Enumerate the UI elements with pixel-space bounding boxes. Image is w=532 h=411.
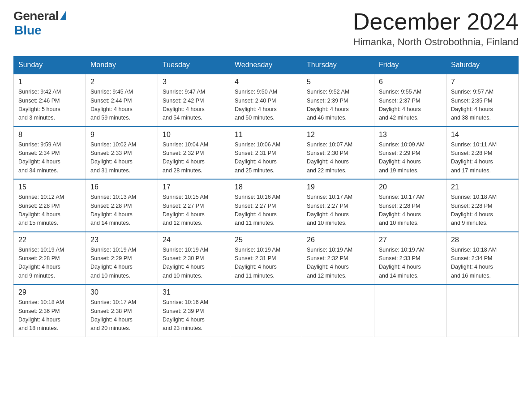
calendar-week-row: 1 Sunrise: 9:42 AMSunset: 2:46 PMDayligh… xyxy=(14,74,519,127)
weekday-header-tuesday: Tuesday xyxy=(158,56,230,74)
day-number: 3 xyxy=(163,78,225,86)
calendar-cell: 20 Sunrise: 10:17 AMSunset: 2:28 PMDayli… xyxy=(374,179,446,232)
day-info: Sunrise: 9:45 AMSunset: 2:44 PMDaylight:… xyxy=(90,89,133,121)
calendar-cell: 18 Sunrise: 10:16 AMSunset: 2:27 PMDayli… xyxy=(230,179,302,232)
calendar-cell: 26 Sunrise: 10:19 AMSunset: 2:32 PMDayli… xyxy=(302,232,374,285)
day-info: Sunrise: 9:42 AMSunset: 2:46 PMDaylight:… xyxy=(18,89,61,121)
day-number: 16 xyxy=(90,183,153,191)
calendar-cell xyxy=(446,284,519,337)
calendar-cell: 2 Sunrise: 9:45 AMSunset: 2:44 PMDayligh… xyxy=(86,74,158,127)
calendar-cell: 8 Sunrise: 9:59 AMSunset: 2:34 PMDayligh… xyxy=(14,127,86,180)
calendar-cell: 3 Sunrise: 9:47 AMSunset: 2:42 PMDayligh… xyxy=(158,74,230,127)
logo: General Blue xyxy=(13,9,66,38)
calendar-cell: 22 Sunrise: 10:19 AMSunset: 2:28 PMDayli… xyxy=(14,232,86,285)
weekday-header-saturday: Saturday xyxy=(446,56,519,74)
day-number: 28 xyxy=(451,236,514,244)
calendar-cell: 29 Sunrise: 10:18 AMSunset: 2:36 PMDayli… xyxy=(14,284,86,337)
day-number: 8 xyxy=(18,131,81,139)
day-info: Sunrise: 10:09 AMSunset: 2:29 PMDaylight… xyxy=(379,141,425,174)
day-number: 25 xyxy=(235,236,297,244)
calendar-week-row: 8 Sunrise: 9:59 AMSunset: 2:34 PMDayligh… xyxy=(14,127,519,180)
calendar-cell: 9 Sunrise: 10:02 AMSunset: 2:33 PMDaylig… xyxy=(86,127,158,180)
day-number: 6 xyxy=(379,78,442,86)
day-number: 23 xyxy=(90,236,153,244)
calendar-week-row: 29 Sunrise: 10:18 AMSunset: 2:36 PMDayli… xyxy=(14,284,519,337)
calendar-cell: 7 Sunrise: 9:57 AMSunset: 2:35 PMDayligh… xyxy=(446,74,519,127)
logo-blue-text: Blue xyxy=(14,23,42,38)
day-info: Sunrise: 10:19 AMSunset: 2:33 PMDaylight… xyxy=(379,247,425,279)
day-info: Sunrise: 10:19 AMSunset: 2:28 PMDaylight… xyxy=(18,247,64,279)
day-number: 5 xyxy=(307,78,369,86)
day-number: 24 xyxy=(163,236,225,244)
logo-triangle-icon xyxy=(60,10,66,20)
calendar-cell xyxy=(302,284,374,337)
weekday-header-monday: Monday xyxy=(86,56,158,74)
weekday-header-sunday: Sunday xyxy=(14,56,86,74)
day-info: Sunrise: 10:16 AMSunset: 2:39 PMDaylight… xyxy=(163,299,208,331)
day-number: 29 xyxy=(18,288,81,296)
day-info: Sunrise: 9:52 AMSunset: 2:39 PMDaylight:… xyxy=(307,89,349,121)
day-number: 17 xyxy=(163,183,225,191)
day-number: 1 xyxy=(18,78,81,86)
day-info: Sunrise: 10:04 AMSunset: 2:32 PMDaylight… xyxy=(163,141,208,174)
calendar-cell: 6 Sunrise: 9:55 AMSunset: 2:37 PMDayligh… xyxy=(374,74,446,127)
day-number: 20 xyxy=(379,183,442,191)
calendar-cell: 1 Sunrise: 9:42 AMSunset: 2:46 PMDayligh… xyxy=(14,74,86,127)
day-number: 11 xyxy=(235,131,297,139)
calendar-cell: 31 Sunrise: 10:16 AMSunset: 2:39 PMDayli… xyxy=(158,284,230,337)
day-number: 18 xyxy=(235,183,297,191)
day-info: Sunrise: 10:18 AMSunset: 2:36 PMDaylight… xyxy=(18,299,64,331)
day-number: 9 xyxy=(90,131,153,139)
calendar-cell: 13 Sunrise: 10:09 AMSunset: 2:29 PMDayli… xyxy=(374,127,446,180)
calendar-cell: 15 Sunrise: 10:12 AMSunset: 2:28 PMDayli… xyxy=(14,179,86,232)
day-info: Sunrise: 10:17 AMSunset: 2:38 PMDaylight… xyxy=(90,299,136,331)
calendar-cell: 25 Sunrise: 10:19 AMSunset: 2:31 PMDayli… xyxy=(230,232,302,285)
calendar-cell xyxy=(230,284,302,337)
day-info: Sunrise: 9:50 AMSunset: 2:40 PMDaylight:… xyxy=(235,89,277,121)
calendar-cell: 27 Sunrise: 10:19 AMSunset: 2:33 PMDayli… xyxy=(374,232,446,285)
day-number: 21 xyxy=(451,183,514,191)
day-number: 2 xyxy=(90,78,153,86)
location-title: Himanka, North Ostrobothnia, Finland xyxy=(353,36,519,48)
day-number: 7 xyxy=(451,78,514,86)
calendar-week-row: 22 Sunrise: 10:19 AMSunset: 2:28 PMDayli… xyxy=(14,232,519,285)
weekday-header-friday: Friday xyxy=(374,56,446,74)
calendar-cell: 19 Sunrise: 10:17 AMSunset: 2:27 PMDayli… xyxy=(302,179,374,232)
calendar-cell: 24 Sunrise: 10:19 AMSunset: 2:30 PMDayli… xyxy=(158,232,230,285)
day-info: Sunrise: 10:11 AMSunset: 2:28 PMDaylight… xyxy=(451,141,497,174)
day-info: Sunrise: 10:06 AMSunset: 2:31 PMDaylight… xyxy=(235,141,280,174)
day-info: Sunrise: 10:19 AMSunset: 2:29 PMDaylight… xyxy=(90,247,136,279)
calendar-cell: 4 Sunrise: 9:50 AMSunset: 2:40 PMDayligh… xyxy=(230,74,302,127)
day-info: Sunrise: 10:12 AMSunset: 2:28 PMDaylight… xyxy=(18,194,64,226)
calendar-cell: 14 Sunrise: 10:11 AMSunset: 2:28 PMDayli… xyxy=(446,127,519,180)
day-number: 27 xyxy=(379,236,442,244)
day-number: 19 xyxy=(307,183,369,191)
header: General Blue December 2024 Himanka, Nort… xyxy=(13,9,519,48)
day-number: 4 xyxy=(235,78,297,86)
day-number: 30 xyxy=(90,288,153,296)
day-info: Sunrise: 10:13 AMSunset: 2:28 PMDaylight… xyxy=(90,194,136,226)
weekday-header-thursday: Thursday xyxy=(302,56,374,74)
day-number: 26 xyxy=(307,236,369,244)
calendar-cell: 17 Sunrise: 10:15 AMSunset: 2:27 PMDayli… xyxy=(158,179,230,232)
calendar-cell: 16 Sunrise: 10:13 AMSunset: 2:28 PMDayli… xyxy=(86,179,158,232)
weekday-header-wednesday: Wednesday xyxy=(230,56,302,74)
day-number: 10 xyxy=(163,131,225,139)
day-number: 12 xyxy=(307,131,369,139)
calendar-cell: 12 Sunrise: 10:07 AMSunset: 2:30 PMDayli… xyxy=(302,127,374,180)
calendar-cell xyxy=(374,284,446,337)
day-info: Sunrise: 9:55 AMSunset: 2:37 PMDaylight:… xyxy=(379,89,421,121)
day-info: Sunrise: 9:57 AMSunset: 2:35 PMDaylight:… xyxy=(451,89,493,121)
day-info: Sunrise: 10:02 AMSunset: 2:33 PMDaylight… xyxy=(90,141,136,174)
day-number: 31 xyxy=(163,288,225,296)
weekday-header-row: SundayMondayTuesdayWednesdayThursdayFrid… xyxy=(14,56,519,74)
month-title: December 2024 xyxy=(353,9,519,34)
day-number: 22 xyxy=(18,236,81,244)
calendar-cell: 30 Sunrise: 10:17 AMSunset: 2:38 PMDayli… xyxy=(86,284,158,337)
day-info: Sunrise: 10:15 AMSunset: 2:27 PMDaylight… xyxy=(163,194,208,226)
day-info: Sunrise: 9:59 AMSunset: 2:34 PMDaylight:… xyxy=(18,141,61,174)
calendar-week-row: 15 Sunrise: 10:12 AMSunset: 2:28 PMDayli… xyxy=(14,179,519,232)
calendar-cell: 23 Sunrise: 10:19 AMSunset: 2:29 PMDayli… xyxy=(86,232,158,285)
calendar-cell: 11 Sunrise: 10:06 AMSunset: 2:31 PMDayli… xyxy=(230,127,302,180)
day-info: Sunrise: 10:18 AMSunset: 2:34 PMDaylight… xyxy=(451,247,497,279)
